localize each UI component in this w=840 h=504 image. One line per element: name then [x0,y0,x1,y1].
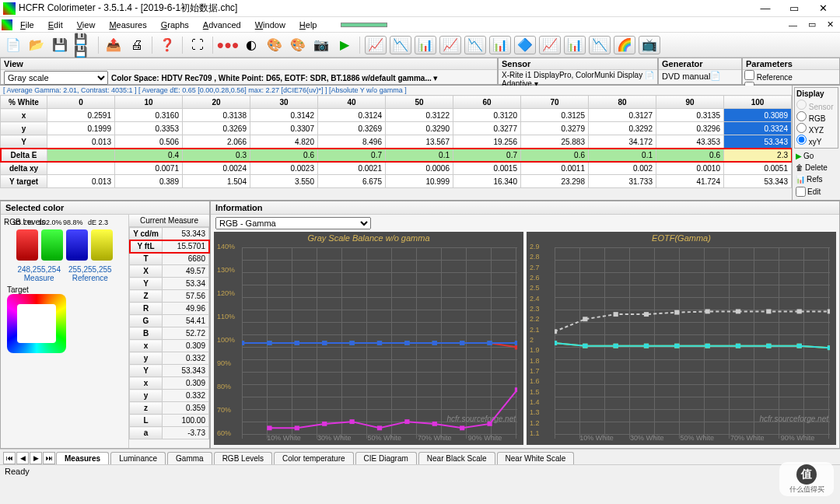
app-icon [3,2,16,15]
chart1-icon[interactable]: 📈 [365,36,387,54]
chart3-icon[interactable]: 📊 [415,36,436,54]
menu-file[interactable]: File [14,19,40,31]
menu-help[interactable]: Help [293,19,324,31]
svg-rect-39 [432,422,437,426]
chart10-icon[interactable]: 📉 [589,36,611,54]
data-grid[interactable]: % White0102030405060708090100x0.25910.31… [0,95,792,188]
save-icon[interactable]: 💾 [50,35,70,55]
refs-button[interactable]: 📊Refs [794,173,838,185]
display-group-title: Display [796,89,836,98]
trash-icon: 🗑 [796,163,803,172]
chart11-icon[interactable]: 🌈 [614,36,635,54]
reference-checkbox[interactable]: Reference [744,70,793,82]
svg-rect-38 [404,419,409,424]
progress-bar [341,23,387,27]
chart4-icon[interactable]: 📈 [439,36,461,54]
tab-prev-icon[interactable]: ◀ [16,452,29,464]
tab-rgb-levels[interactable]: RGB Levels [214,452,272,464]
open-icon[interactable]: 📂 [26,35,47,55]
chart2-icon[interactable]: 📉 [390,36,411,54]
tab-gamma[interactable]: Gamma [167,452,212,464]
menu-window[interactable]: Window [249,19,292,31]
tab-last-icon[interactable]: ⏭ [43,452,55,464]
camera-icon[interactable]: 📷 [311,35,331,55]
svg-rect-71 [797,344,802,348]
mdi-restore[interactable]: ▭ [803,19,821,30]
svg-rect-28 [404,341,409,345]
chart8-icon[interactable]: 📈 [539,36,561,54]
chart9-icon[interactable]: 📊 [564,36,586,54]
information-title: Information [211,201,839,215]
svg-rect-42 [515,387,517,392]
menu-view[interactable]: View [71,19,102,31]
close-button[interactable]: ✕ [809,1,837,16]
svg-rect-69 [736,344,740,348]
tab-cie-diagram[interactable]: CIE Diagram [355,452,417,464]
menu-graphs[interactable]: Graphs [155,19,195,31]
tab-near-white-scale[interactable]: Near White Scale [497,452,575,464]
panel-sensor-title: Sensor [499,58,657,70]
view-dropdown[interactable]: Gray scale [4,71,108,85]
go-button[interactable]: ▶Go [794,150,838,162]
palette2-icon[interactable]: 🎨 [288,35,308,55]
tab-bar: ⏮ ◀ ▶ ⏭ MeasuresLuminanceGammaRGB Levels… [0,449,840,464]
svg-rect-41 [487,422,492,426]
radio-xyy[interactable]: xyY [796,135,836,146]
tab-measures[interactable]: Measures [56,452,109,464]
chart6-icon[interactable]: 📊 [489,36,511,54]
sensor-config-icon[interactable]: 📄 [645,71,654,79]
play-icon[interactable]: ▶ [334,35,355,55]
saveall-icon[interactable]: 💾💾 [73,35,93,55]
doc-icon [2,19,12,30]
menu-measures[interactable]: Measures [103,19,152,31]
tab-near-black-scale[interactable]: Near Black Scale [418,452,495,464]
mdi-minimize[interactable]: — [784,20,802,30]
chart7-icon[interactable]: 🔷 [514,36,536,54]
svg-rect-55 [614,312,618,317]
print-icon[interactable]: 🖨 [127,35,147,55]
svg-rect-22 [242,341,244,345]
svg-rect-56 [644,312,649,317]
tab-color-temperature[interactable]: Color temperature [274,452,354,464]
generator-value: DVD manual [662,72,710,81]
tab-next-icon[interactable]: ▶ [30,452,42,464]
svg-rect-37 [377,425,382,430]
help-icon[interactable]: ❓ [157,35,177,55]
colors-icon[interactable]: ●●● [218,35,238,55]
gray-icon[interactable]: ◐ [241,35,261,55]
current-measure-table: Y cd/m53.343Y ftL15.5701T6680X49.57Y53.3… [129,227,209,439]
export-icon[interactable]: 📤 [103,35,124,55]
chart5-icon[interactable]: 📉 [464,36,486,54]
svg-rect-67 [674,344,679,348]
menu-advanced[interactable]: Advanced [197,19,247,31]
svg-rect-25 [322,341,327,345]
chart-eotf: EOTF(Gamma) hcfr.sourceforge.net 1.11.21… [527,232,836,445]
tab-luminance[interactable]: Luminance [110,452,166,464]
svg-rect-61 [797,309,802,313]
barrel-green: 102.0% [41,229,63,261]
svg-rect-29 [432,341,437,345]
palette-icon[interactable]: 🎨 [264,35,285,55]
play-icon: ▶ [796,152,802,160]
maximize-button[interactable]: ▭ [780,1,808,16]
generator-config-icon[interactable]: 📄 [710,71,721,81]
new-icon[interactable]: 📄 [3,35,23,55]
menu-edit[interactable]: Edit [42,19,69,31]
radio-xyz[interactable]: XYZ [796,123,836,135]
dropdown-icon[interactable]: ▾ [433,73,438,83]
svg-rect-27 [377,341,382,345]
radio-rgb[interactable]: RGB [796,111,836,123]
chart12-icon[interactable]: 📺 [639,36,660,54]
toolbar: 📄 📂 💾 💾💾 📤 🖨 ❓ ⛶ ●●● ◐ 🎨 🎨 📷 ▶ 📈 📉 📊 📈 📉… [0,33,840,58]
svg-rect-23 [267,341,271,345]
tab-first-icon[interactable]: ⏮ [3,452,16,464]
svg-rect-24 [295,341,299,345]
delete-button[interactable]: 🗑Delete [794,162,838,173]
edit-checkbox[interactable]: Edit [794,185,838,198]
fullscreen-icon[interactable]: ⛶ [187,35,208,55]
minimize-button[interactable]: — [751,1,779,16]
mdi-close[interactable]: ✕ [822,19,838,30]
svg-rect-68 [705,344,710,348]
svg-rect-64 [583,344,587,348]
info-dropdown[interactable]: RGB - Gamma [215,217,371,229]
